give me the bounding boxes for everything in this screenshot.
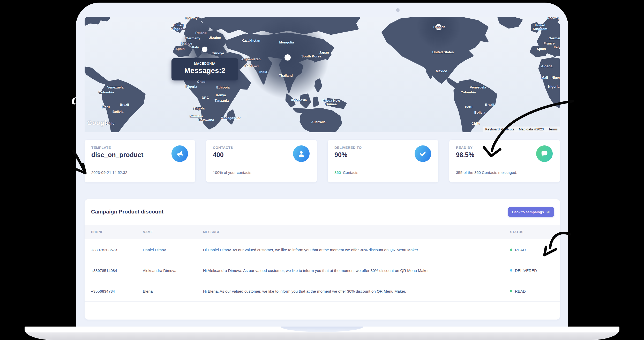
world-map[interactable]: NorwayUnited KingdomPolandGermanyUkraine… [85,17,560,132]
status-label: DELIVERED [515,268,537,273]
status-label: READ [515,248,526,252]
card-subtext: 100% of your contacts [213,170,251,175]
status-dot-read [510,290,512,292]
back-button-label: Back to campaings [512,210,544,214]
laptop-screen: NorwayUnited KingdomPolandGermanyUkraine… [76,3,568,327]
card-subtext: 355 of the 360 Contacts messaged. [456,170,517,175]
tooltip-messages: Messages:2 [171,66,238,75]
template-card: TEMPLATE disc_on_product 2023-09-21 14:5… [85,140,195,182]
china-marker[interactable] [284,54,291,61]
card-value: 90% [334,151,347,159]
table-row: +3556834734 Elena Hi Elena. As our value… [85,281,560,302]
map-tooltip: MACEDONIA Messages:2 [171,58,238,80]
macedonia-marker[interactable] [202,47,207,52]
user-icon [293,145,310,162]
status-dot-delivered [510,269,512,272]
table-row: +38978514084 Aleksandra Dimova Hi Aleksa… [85,260,560,281]
column-phone: PHONE [91,225,103,239]
contacts-card: CONTACTS 400 100% of your contacts [206,140,317,182]
card-label: TEMPLATE [91,146,111,150]
chat-icon [536,145,553,162]
keyboard-shortcuts-link[interactable]: Keyboard shortcuts [483,127,516,132]
read-card: READ BY 98.5% 355 of the 360 Contacts me… [449,140,560,182]
row-message: Hi Daniel Dimov. As our valued customer,… [203,248,419,252]
delivered-count: 360 [334,170,341,175]
laptop-base [25,327,619,340]
row-status: DELIVERED [510,268,537,273]
table-header: PHONE NAME MESSAGE STATUS [85,225,560,239]
google-logo[interactable]: Google [87,119,110,127]
card-label: READ BY [456,146,473,150]
status-dot-read [510,249,512,251]
row-message: Hi Elena. As our valued customer, we lik… [203,289,406,293]
canada-marker[interactable] [436,24,442,30]
map-canvas [85,17,560,132]
card-subtext: 2023-09-21 14:52:32 [91,170,127,175]
back-to-campaigns-button[interactable]: Back to campaings [508,207,554,217]
scene: c [0,0,644,340]
webcam-icon [396,8,400,12]
column-message: MESSAGE [203,225,220,239]
laptop-notch [281,327,363,332]
row-name: Daniel Dimov [143,248,166,252]
map-attribution: Keyboard shortcuts Map data ©2023 Terms [483,126,560,132]
row-status: READ [510,289,526,293]
card-value: 400 [213,151,224,159]
card-label: CONTACTS [213,146,233,150]
card-value: disc_on_product [91,151,143,159]
row-phone: +38978514084 [91,268,117,273]
megaphone-emoji-icon [546,210,550,214]
card-label: DELIVERED TO [334,146,362,150]
card-subtext: 360Contacts [334,170,358,175]
table-row: +38978203673 Daniel Dimov Hi Daniel Dimo… [85,239,560,260]
column-name: NAME [143,225,153,239]
row-name: Aleksandra Dimova [143,268,176,273]
panel-title: Campaign Product discount [91,209,163,215]
terms-link[interactable]: Terms [546,127,560,132]
card-value: 98.5% [456,151,474,159]
delivered-unit: Contacts [343,170,358,175]
row-name: Elena [143,289,153,293]
map-data-text: Map data ©2023 [516,127,546,132]
column-status: STATUS [510,225,523,239]
campaign-panel: Campaign Product discount Back to campai… [85,199,560,320]
row-message: Hi Aleksandra Dimova. As our valued cust… [203,268,430,273]
row-status: READ [510,248,526,252]
stat-cards: TEMPLATE disc_on_product 2023-09-21 14:5… [85,140,560,182]
row-phone: +3556834734 [91,289,115,293]
megaphone-icon [171,145,188,162]
tooltip-country: MACEDONIA [171,62,238,65]
status-label: READ [515,289,526,293]
row-phone: +38978203673 [91,248,117,252]
delivered-card: DELIVERED TO 90% 360Contacts [328,140,438,182]
check-icon [415,145,431,162]
